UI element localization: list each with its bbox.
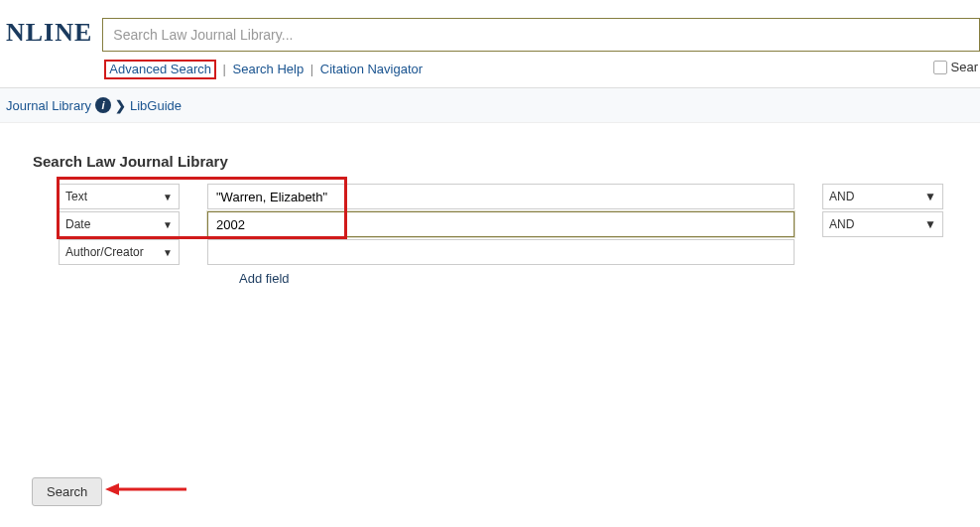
search-toggle-label: Sear [951, 60, 978, 74]
separator: | [223, 62, 230, 76]
value-input-date[interactable] [207, 211, 795, 237]
search-button[interactable]: Search [32, 477, 102, 506]
panel-title: Search Law Journal Library [27, 153, 974, 170]
main-search-input[interactable] [102, 18, 980, 52]
chevron-down-icon: ▼ [924, 217, 936, 231]
annotation-arrow-icon [105, 480, 186, 498]
breadcrumb: Journal Library i ❯ LibGuide [0, 88, 980, 123]
field-select-label: Text [65, 190, 87, 203]
field-select-date[interactable]: Date ▼ [59, 211, 180, 237]
breadcrumb-journal-library[interactable]: Journal Library [6, 98, 91, 113]
citation-navigator-link[interactable]: Citation Navigator [320, 62, 423, 76]
search-help-link[interactable]: Search Help [233, 62, 305, 76]
search-toggle-partial: Sear [933, 60, 980, 74]
operator-label: AND [829, 217, 854, 231]
advanced-search-link[interactable]: Advanced Search [109, 62, 211, 76]
operator-select[interactable]: AND ▼ [822, 211, 943, 237]
chevron-right-icon: ❯ [115, 98, 126, 113]
svg-marker-1 [105, 483, 119, 495]
operator-select[interactable]: AND ▼ [822, 184, 943, 209]
search-row: Date ▼ AND ▼ [59, 211, 974, 237]
value-input-author[interactable] [207, 239, 795, 265]
field-select-label: Date [65, 217, 90, 231]
search-row: Author/Creator ▼ [59, 239, 974, 265]
separator: | [310, 62, 317, 76]
search-rows: Text ▼ AND ▼ Date ▼ AND ▼ Author/Creator [27, 184, 974, 286]
breadcrumb-libguide[interactable]: LibGuide [130, 98, 182, 113]
value-input-text[interactable] [207, 184, 795, 209]
chevron-down-icon: ▼ [924, 190, 936, 203]
search-column: Advanced Search | Search Help | Citation… [102, 0, 980, 87]
search-links: Advanced Search | Search Help | Citation… [102, 52, 980, 87]
operator-label: AND [829, 190, 854, 203]
advanced-search-panel: Search Law Journal Library Text ▼ AND ▼ … [27, 153, 974, 286]
search-row: Text ▼ AND ▼ [59, 184, 974, 209]
advanced-search-highlight: Advanced Search [104, 60, 216, 79]
info-icon[interactable]: i [95, 97, 111, 113]
chevron-down-icon: ▼ [163, 247, 173, 258]
add-field-link[interactable]: Add field [239, 271, 974, 286]
top-header: NLINE Advanced Search | Search Help | Ci… [0, 0, 980, 88]
chevron-down-icon: ▼ [163, 219, 173, 230]
field-select-author[interactable]: Author/Creator ▼ [59, 239, 180, 265]
field-select-text[interactable]: Text ▼ [59, 184, 180, 209]
chevron-down-icon: ▼ [163, 192, 173, 202]
field-select-label: Author/Creator [65, 245, 144, 259]
logo-text: NLINE [0, 0, 102, 66]
checkbox[interactable] [933, 61, 947, 74]
